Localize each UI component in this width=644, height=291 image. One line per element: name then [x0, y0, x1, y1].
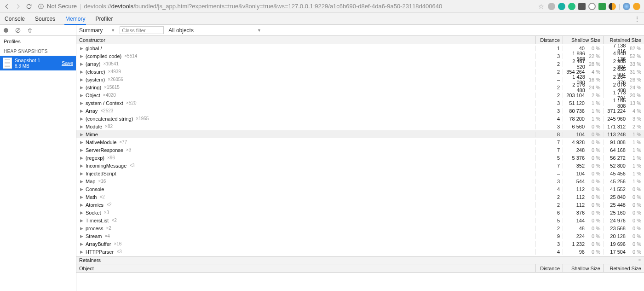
- chevron-right-icon[interactable]: ▶: [80, 163, 84, 168]
- col-retained[interactable]: Retained Size: [604, 36, 644, 44]
- retained-size: 371 224: [607, 108, 626, 114]
- chevron-right-icon[interactable]: ▶: [80, 171, 84, 176]
- chevron-right-icon[interactable]: ▶: [80, 124, 84, 129]
- chevron-right-icon[interactable]: ▶: [80, 195, 84, 199]
- ext-icon[interactable]: [558, 3, 565, 10]
- table-row[interactable]: ▶system / Context×520351 1201 %1 165 808…: [76, 99, 644, 107]
- chevron-right-icon[interactable]: ▶: [80, 54, 84, 58]
- table-row[interactable]: ▶global /1400 %7 138 81682 %: [76, 44, 644, 52]
- chevron-right-icon[interactable]: ▶: [80, 234, 84, 239]
- chevron-right-icon[interactable]: ▶: [80, 203, 84, 207]
- table-row[interactable]: ▶IncomingMessage×373520 %52 8001 %: [76, 162, 644, 169]
- table-row[interactable]: ▶Object×40202203 1042 %1 773 70420 %: [76, 91, 644, 99]
- snapshot-item[interactable]: Snapshot 1 8.3 MB Save: [0, 56, 76, 70]
- ext-icon[interactable]: [568, 3, 575, 10]
- chevron-right-icon[interactable]: ▶: [80, 250, 84, 254]
- table-row[interactable]: ▶(concatenated string)×1955478 2001 %245…: [76, 115, 644, 122]
- ext-icon[interactable]: [548, 3, 555, 10]
- tab-console[interactable]: Console: [4, 13, 26, 25]
- ext-icon[interactable]: [633, 3, 640, 10]
- ext-icon[interactable]: [609, 3, 616, 10]
- chevron-right-icon[interactable]: ▶: [80, 179, 84, 184]
- col-object[interactable]: Object: [76, 264, 536, 272]
- table-row[interactable]: ▶Mime81040 %113 2481 %: [76, 130, 644, 138]
- table-row[interactable]: ▶ServerResponse×372480 %64 1681 %: [76, 146, 644, 154]
- table-row[interactable]: ▶(system)×26056–1 428 08016 %2 264 37626…: [76, 76, 644, 83]
- back-button[interactable]: [3, 2, 11, 11]
- forward-button[interactable]: [14, 2, 22, 11]
- col-distance[interactable]: Distance: [536, 264, 563, 272]
- chevron-right-icon[interactable]: ▶: [80, 109, 84, 113]
- chevron-right-icon[interactable]: ▶: [80, 218, 84, 223]
- table-row[interactable]: ▶Map×1635440 %45 2561 %: [76, 177, 644, 185]
- chevron-right-icon[interactable]: ▶: [80, 140, 84, 145]
- chevron-right-icon[interactable]: ▶: [80, 62, 84, 66]
- avatar-icon[interactable]: [623, 3, 630, 10]
- chevron-right-icon[interactable]: ▶: [80, 46, 84, 51]
- chevron-right-icon[interactable]: ▶: [80, 132, 84, 137]
- ext-icon[interactable]: [598, 3, 606, 10]
- table-row[interactable]: ▶(compiled code)×551431 886 56822 %4 540…: [76, 52, 644, 60]
- chevron-right-icon[interactable]: ▶: [80, 156, 84, 160]
- table-row[interactable]: ▶Console41120 %41 5520 %: [76, 185, 644, 193]
- table-row[interactable]: ▶Module×8236 5600 %171 3122 %: [76, 122, 644, 130]
- table-row[interactable]: ▶(regexp)×9655 3760 %56 2721 %: [76, 154, 644, 162]
- chevron-right-icon[interactable]: ▶: [80, 226, 84, 231]
- bookmark-icon[interactable]: ☆: [538, 3, 544, 10]
- chevron-right-icon[interactable]: ▶: [80, 242, 84, 246]
- table-row[interactable]: ▶(closure)×49392354 2644 %2 655 90431 %: [76, 68, 644, 76]
- class-filter-input[interactable]: [120, 26, 164, 34]
- shallow-pct: 0 %: [585, 179, 600, 184]
- tab-sources[interactable]: Sources: [34, 13, 56, 25]
- drag-handle-icon[interactable]: ≡: [638, 258, 641, 262]
- trash-button[interactable]: [27, 27, 33, 34]
- table-row[interactable]: ▶Atomics×221120 %25 4480 %: [76, 201, 644, 209]
- table-row[interactable]: ▶(string)×1561522 076 48824 %2 076 48824…: [76, 83, 644, 91]
- table-row[interactable]: ▶Socket×363760 %25 1600 %: [76, 209, 644, 216]
- table-row[interactable]: ▶Stream×492240 %20 1280 %: [76, 232, 644, 240]
- table-row[interactable]: ▶Math×221120 %25 8400 %: [76, 193, 644, 201]
- col-retained[interactable]: Retained Size: [604, 264, 644, 272]
- chevron-right-icon[interactable]: ▶: [80, 116, 84, 121]
- table-row[interactable]: ▶HTTPParser×34960 %17 5040 %: [76, 248, 644, 256]
- chevron-right-icon[interactable]: ▶: [80, 85, 84, 90]
- constructor-name: Stream: [86, 233, 102, 239]
- table-row[interactable]: ▶Array×2523380 7361 %371 2244 %: [76, 107, 644, 115]
- chevron-right-icon[interactable]: ▶: [80, 93, 84, 98]
- constructor-name: process: [86, 226, 104, 231]
- tab-memory[interactable]: Memory: [64, 13, 86, 25]
- clear-button[interactable]: [15, 27, 21, 34]
- snapshot-save-link[interactable]: Save: [62, 60, 73, 66]
- chevron-right-icon[interactable]: ▶: [80, 101, 84, 105]
- record-button[interactable]: [3, 27, 9, 34]
- view-select[interactable]: Summary▼: [79, 27, 115, 34]
- tab-profiler[interactable]: Profiler: [94, 13, 114, 25]
- reload-button[interactable]: [25, 2, 33, 11]
- col-shallow[interactable]: Shallow Size: [563, 36, 604, 44]
- devtools-more-icon[interactable]: ⋮: [634, 16, 640, 22]
- shallow-size: 4 928: [572, 140, 585, 145]
- col-shallow[interactable]: Shallow Size: [563, 264, 604, 272]
- chevron-right-icon[interactable]: ▶: [80, 148, 84, 152]
- table-row[interactable]: ▶NativeModule×7774 9280 %91 8081 %: [76, 138, 644, 146]
- distance-value: –: [557, 77, 560, 82]
- retainers-title[interactable]: Retainers ≡: [76, 256, 644, 264]
- address-bar[interactable]: Not Secure | devtools://devtools/bundled…: [36, 1, 535, 12]
- table-row[interactable]: ▶ArrayBuffer×1631 2320 %19 6960 %: [76, 240, 644, 248]
- chevron-right-icon[interactable]: ▶: [80, 210, 84, 215]
- retained-pct: 3 %: [626, 116, 641, 122]
- chevron-right-icon[interactable]: ▶: [80, 70, 84, 74]
- chevron-right-icon[interactable]: ▶: [80, 187, 84, 192]
- table-row[interactable]: ▶TimersList×251440 %24 9760 %: [76, 216, 644, 224]
- table-row[interactable]: ▶InjectedScript–1040 %45 4561 %: [76, 169, 644, 177]
- heap-grid-body[interactable]: ▶global /1400 %7 138 81682 %▶(compiled c…: [76, 44, 644, 256]
- constructor-name: NativeModule: [86, 140, 116, 145]
- scope-select[interactable]: All objects▼: [168, 27, 261, 34]
- chevron-right-icon[interactable]: ▶: [80, 77, 84, 82]
- ext-icon[interactable]: [588, 3, 596, 10]
- ext-icon[interactable]: [578, 3, 586, 10]
- table-row[interactable]: ▶(array)×1054122 467 52028 %2 905 30433 …: [76, 60, 644, 68]
- table-row[interactable]: ▶process×22480 %23 5680 %: [76, 224, 644, 232]
- col-distance[interactable]: Distance: [536, 36, 563, 44]
- col-constructor[interactable]: Constructor: [76, 36, 536, 44]
